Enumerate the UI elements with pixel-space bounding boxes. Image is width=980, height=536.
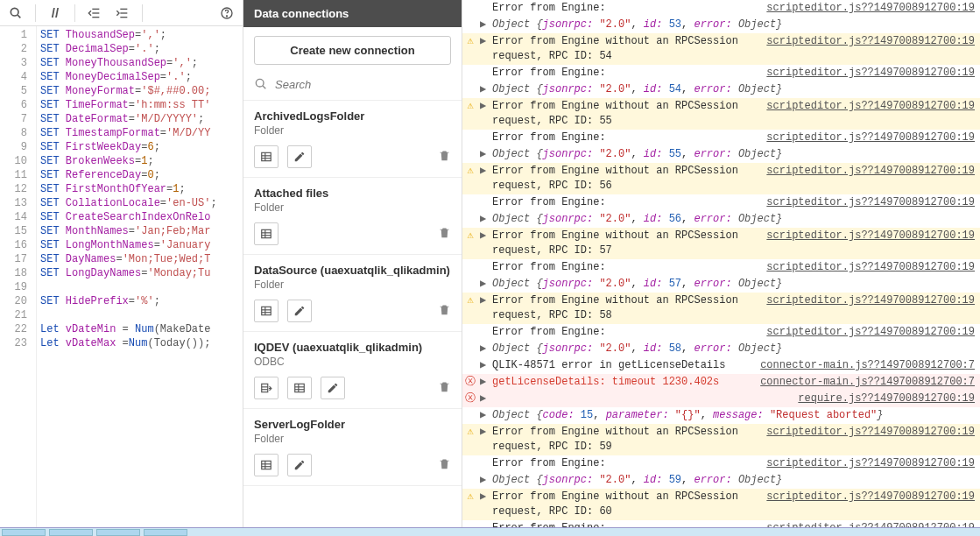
log-source-link[interactable]: scripteditor.js??1497008912700:19 [766, 164, 975, 179]
help-icon[interactable] [215, 1, 239, 25]
log-object-line[interactable]: ▶Object {jsonrpc: "2.0", id: 53, error: … [462, 17, 980, 33]
connection-subtype: ODBC [254, 356, 451, 368]
warning-icon [464, 293, 476, 308]
svg-rect-28 [295, 384, 305, 391]
log-error-line[interactable]: ▶require.js??1497008912700:19 [462, 391, 980, 407]
edit-icon[interactable] [321, 377, 345, 399]
connection-subtype: Folder [254, 124, 451, 137]
connection-title: ServerLogFolder [254, 418, 451, 431]
connection-actions [243, 450, 462, 486]
log-object-line[interactable]: ▶Object {jsonrpc: "2.0", id: 56, error: … [462, 211, 980, 228]
warning-icon [464, 99, 476, 114]
connection-item[interactable]: ArchivedLogsFolder Folder [243, 101, 462, 142]
log-source-link[interactable]: scripteditor.js??1497008912700:19 [766, 521, 975, 527]
script-editor[interactable]: 1234567891011121314151617181920212223 SE… [0, 26, 243, 527]
log-warning-line[interactable]: ▶Error from Engine without an RPCSession… [462, 98, 980, 130]
warning-icon [464, 164, 476, 179]
log-source-link[interactable]: connector-main.js??1497008912700:7 [760, 375, 975, 390]
log-object-line[interactable]: ▶Object {jsonrpc: "2.0", id: 54, error: … [462, 81, 980, 98]
log-warning-line[interactable]: ▶Error from Engine without an RPCSession… [462, 33, 980, 65]
search-icon[interactable] [4, 1, 28, 25]
table-icon[interactable] [254, 222, 278, 245]
edit-icon[interactable] [287, 300, 312, 322]
log-line[interactable]: Error from Engine:scripteditor.js??14970… [462, 455, 980, 472]
log-warning-line[interactable]: ▶Error from Engine without an RPCSession… [462, 163, 980, 194]
delete-icon[interactable] [438, 226, 451, 242]
log-line[interactable]: Error from Engine:scripteditor.js??14970… [462, 0, 980, 17]
svg-rect-24 [262, 384, 268, 391]
log-source-link[interactable]: scripteditor.js??1497008912700:19 [766, 293, 975, 308]
log-object-line[interactable]: ▶Object {jsonrpc: "2.0", id: 59, error: … [462, 472, 980, 489]
connection-item[interactable]: Attached files Folder [243, 178, 462, 219]
create-connection-button[interactable]: Create new connection [254, 36, 451, 65]
connections-search[interactable] [243, 74, 462, 101]
delete-icon[interactable] [438, 457, 451, 473]
log-source-link[interactable]: scripteditor.js??1497008912700:19 [766, 425, 975, 440]
log-source-link[interactable]: scripteditor.js??1497008912700:19 [766, 34, 975, 49]
import-icon[interactable] [254, 377, 278, 399]
svg-point-9 [226, 15, 227, 16]
svg-point-10 [256, 79, 264, 87]
log-line[interactable]: Error from Engine:scripteditor.js??14970… [462, 65, 980, 81]
log-line[interactable]: Error from Engine:scripteditor.js??14970… [462, 259, 980, 276]
log-object-line[interactable]: ▶Object {jsonrpc: "2.0", id: 57, error: … [462, 276, 980, 293]
editor-toolbar: // [0, 0, 243, 26]
log-source-link[interactable]: scripteditor.js??1497008912700:19 [766, 490, 975, 504]
log-warning-line[interactable]: ▶Error from Engine without an RPCSession… [462, 489, 980, 520]
connection-item[interactable]: IQDEV (uaexuatqlik_qlikadmin) ODBC [243, 332, 462, 373]
log-source-link[interactable]: scripteditor.js??1497008912700:19 [766, 99, 975, 114]
log-object-line[interactable]: ▶Object {jsonrpc: "2.0", id: 55, error: … [462, 146, 980, 163]
log-object-line[interactable]: ▶Object {code: 15, parameter: "{}", mess… [462, 407, 980, 424]
log-line[interactable]: Error from Engine:scripteditor.js??14970… [462, 324, 980, 341]
delete-icon[interactable] [438, 149, 451, 165]
table-icon[interactable] [287, 377, 312, 399]
log-source-link[interactable]: scripteditor.js??1497008912700:19 [766, 456, 975, 471]
log-source-link[interactable]: scripteditor.js??1497008912700:19 [766, 325, 975, 340]
delete-icon[interactable] [438, 380, 451, 396]
delete-icon[interactable] [438, 303, 451, 319]
log-source-link[interactable]: scripteditor.js??1497008912700:19 [766, 66, 975, 81]
svg-rect-12 [262, 152, 271, 160]
table-icon[interactable] [254, 145, 278, 168]
svg-point-0 [11, 8, 18, 16]
edit-icon[interactable] [287, 145, 312, 168]
svg-rect-32 [262, 461, 271, 469]
connection-actions [243, 296, 462, 332]
indent-icon[interactable] [110, 1, 135, 25]
search-input[interactable] [275, 78, 451, 91]
connection-item[interactable]: DataSource (uaexuatqlik_qlikadmin) Folde… [243, 255, 462, 296]
table-icon[interactable] [254, 300, 278, 322]
log-line[interactable]: Error from Engine:scripteditor.js??14970… [462, 520, 980, 527]
log-source-link[interactable]: connector-main.js??1497008912700:7 [760, 358, 975, 373]
connection-item[interactable]: ServerLogFolder Folder [243, 409, 462, 450]
console-panel[interactable]: Error from Engine:scripteditor.js??14970… [462, 0, 980, 527]
log-object-line[interactable]: ▶Object {jsonrpc: "2.0", id: 58, error: … [462, 341, 980, 357]
log-line[interactable]: Error from Engine:scripteditor.js??14970… [462, 194, 980, 211]
code-area[interactable]: SET ThousandSep=',';SET DecimalSep='.';S… [37, 26, 243, 527]
connection-actions [243, 373, 462, 409]
log-line[interactable]: ▶QLIK-48571 error in getLicenseDetailsco… [462, 357, 980, 374]
log-warning-line[interactable]: ▶Error from Engine without an RPCSession… [462, 293, 980, 324]
connection-subtype: Folder [254, 201, 451, 214]
log-source-link[interactable]: scripteditor.js??1497008912700:19 [766, 130, 975, 145]
connection-title: DataSource (uaexuatqlik_qlikadmin) [254, 264, 451, 277]
log-source-link[interactable]: require.js??1497008912700:19 [798, 391, 975, 406]
edit-icon[interactable] [287, 454, 312, 476]
log-error-line[interactable]: ▶getLicenseDetails: timeout 1230.402scon… [462, 374, 980, 391]
log-source-link[interactable]: scripteditor.js??1497008912700:19 [766, 195, 975, 210]
log-warning-line[interactable]: ▶Error from Engine without an RPCSession… [462, 424, 980, 455]
log-line[interactable]: Error from Engine:scripteditor.js??14970… [462, 130, 980, 146]
warning-icon [464, 34, 476, 49]
svg-rect-20 [262, 307, 271, 314]
log-source-link[interactable]: scripteditor.js??1497008912700:19 [766, 260, 975, 275]
log-source-link[interactable]: scripteditor.js??1497008912700:19 [766, 229, 975, 243]
table-icon[interactable] [254, 454, 278, 476]
connection-subtype: Folder [254, 279, 451, 291]
comment-icon[interactable]: // [43, 1, 67, 25]
svg-line-1 [18, 15, 20, 18]
warning-icon [464, 229, 476, 243]
connection-title: Attached files [254, 187, 451, 200]
outdent-icon[interactable] [82, 1, 107, 25]
log-warning-line[interactable]: ▶Error from Engine without an RPCSession… [462, 228, 980, 259]
log-source-link[interactable]: scripteditor.js??1497008912700:19 [766, 1, 975, 16]
